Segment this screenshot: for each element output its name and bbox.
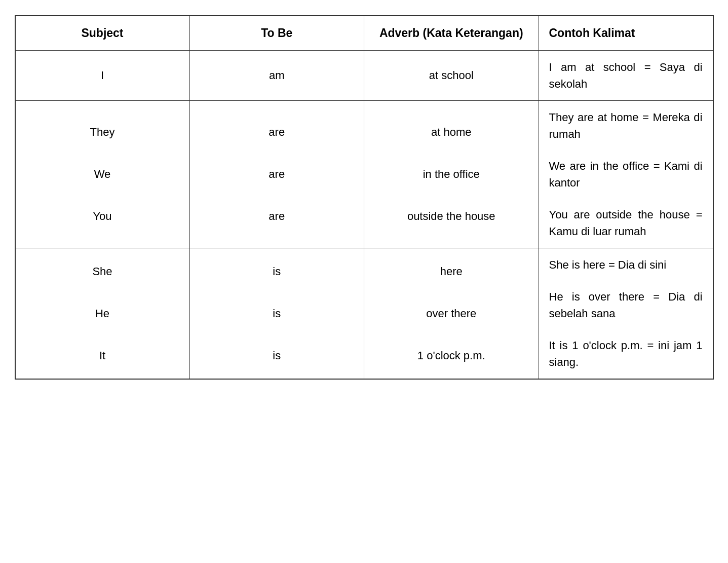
cell-adverb-group2: at home in the office outside the house xyxy=(364,100,539,248)
header-subject: Subject xyxy=(15,16,190,50)
subject-you: You xyxy=(93,208,111,224)
tobe-are-2: are xyxy=(269,166,285,182)
cell-contoh-i: I am at school = Saya di sekolah xyxy=(539,50,713,100)
multi-contoh-list-3: She is here = Dia di sini He is over the… xyxy=(549,256,703,370)
table-row-they-we-you: They We You are are are at home in t xyxy=(15,100,713,248)
multi-contoh-list-2: They are at home = Mereka di rumah We ar… xyxy=(549,109,703,240)
subject-they: They xyxy=(90,124,115,140)
tobe-are-1: are xyxy=(269,124,285,140)
adverb-here: here xyxy=(440,263,463,280)
multi-tobe-list: are are are xyxy=(200,124,354,224)
cell-adverb-group3: here over there 1 o'clock p.m. xyxy=(364,248,539,379)
header-contoh: Contoh Kalimat xyxy=(539,16,713,50)
adverb-1oclock: 1 o'clock p.m. xyxy=(417,347,485,364)
adverb-in-the-office: in the office xyxy=(423,166,480,182)
subject-she: She xyxy=(92,263,112,280)
multi-subject-list-3: She He It xyxy=(26,263,179,364)
cell-tobe-is-group: is is is xyxy=(189,248,364,379)
adverb-at-home: at home xyxy=(431,124,472,140)
multi-adverb-list-3: here over there 1 o'clock p.m. xyxy=(374,263,528,364)
cell-tobe-am: am xyxy=(189,50,364,100)
cell-tobe-are-group: are are are xyxy=(189,100,364,248)
header-adverb: Adverb (Kata Keterangan) xyxy=(364,16,539,50)
tobe-is-2: is xyxy=(273,305,281,322)
multi-tobe-list-3: is is is xyxy=(200,263,354,364)
adverb-over-there: over there xyxy=(426,305,476,322)
contoh-she: She is here = Dia di sini xyxy=(549,256,667,273)
cell-subject-she-he-it: She He It xyxy=(15,248,190,379)
cell-adverb-atschool: at school xyxy=(364,50,539,100)
contoh-you: You are outside the house = Kamu di luar… xyxy=(549,206,703,240)
header-tobe: To Be xyxy=(189,16,364,50)
adverb-outside-the-house: outside the house xyxy=(407,208,495,224)
table-row-i: I am at school I am at school = Saya di … xyxy=(15,50,713,100)
contoh-he: He is over there = Dia di sebelah sana xyxy=(549,288,703,322)
tobe-is-3: is xyxy=(273,347,281,364)
contoh-it: It is 1 o'clock p.m. = ini jam 1 siang. xyxy=(549,337,703,370)
subject-it: It xyxy=(99,347,105,364)
table-header-row: Subject To Be Adverb (Kata Keterangan) C… xyxy=(15,16,713,50)
contoh-they: They are at home = Mereka di rumah xyxy=(549,109,703,142)
subject-we: We xyxy=(94,166,111,182)
cell-contoh-she-he-it: She is here = Dia di sini He is over the… xyxy=(539,248,713,379)
table-row-she-he-it: She He It is is is here over there xyxy=(15,248,713,379)
cell-contoh-they-we-you: They are at home = Mereka di rumah We ar… xyxy=(539,100,713,248)
tobe-are-3: are xyxy=(269,208,285,224)
grammar-table-container: Subject To Be Adverb (Kata Keterangan) C… xyxy=(15,15,714,380)
contoh-we: We are in the office = Kami di kantor xyxy=(549,158,703,191)
subject-he: He xyxy=(95,305,109,322)
tobe-is-1: is xyxy=(273,263,281,280)
cell-subject-i: I xyxy=(15,50,190,100)
cell-subject-they-we-you: They We You xyxy=(15,100,190,248)
multi-adverb-list: at home in the office outside the house xyxy=(374,124,528,224)
multi-subject-list: They We You xyxy=(26,124,179,224)
grammar-table: Subject To Be Adverb (Kata Keterangan) C… xyxy=(15,15,714,380)
